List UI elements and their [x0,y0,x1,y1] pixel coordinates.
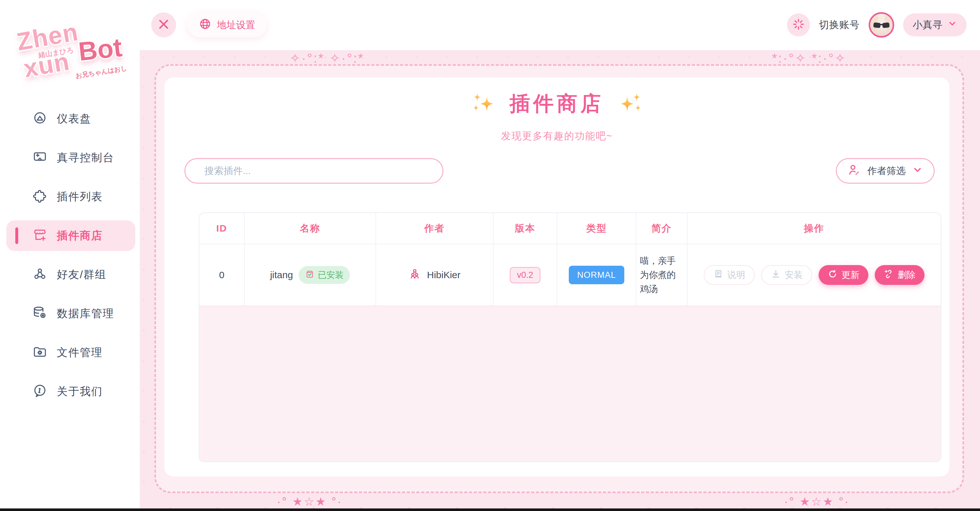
column-header-actions: 操作 [687,213,941,244]
main-content: ✧·°:* ✧·°:* *:·°✧ *:·°✧ ·° ★☆★ °· ·° ★☆★… [140,50,980,508]
globe-icon [199,18,211,32]
column-header-desc: 简介 [636,213,687,244]
page-title-row: 插件商店 [164,90,950,118]
refresh-icon [827,269,838,281]
page-title: 插件商店 [510,90,604,118]
search-input[interactable] [185,158,444,184]
sidebar-item-friends-groups[interactable]: 好友/群组 [6,259,135,290]
info-bubble-icon [33,383,47,399]
column-header-id: ID [199,213,245,244]
window-bottom-edge [0,508,980,511]
install-button-label: 安装 [785,269,803,281]
chevron-down-icon [912,164,923,177]
author-pen-icon [848,163,861,179]
active-indicator-bar [15,227,18,244]
doc-button-label: 说明 [727,269,745,281]
cell-type: NORMAL [557,244,636,306]
store-icon [33,228,47,244]
delete-button-label: 删除 [898,269,916,281]
cell-name: jitang 已安装 [245,244,376,306]
doc-button[interactable]: 说明 [704,265,755,285]
folder-gear-icon [33,345,47,361]
app-window: Zhen xun Bot 緒山まひろ お兄ちゃんはおし 仪表盘 真寻控制台 插件… [0,0,980,511]
table-header-row: ID 名称 作者 版本 类型 简介 操作 [199,213,941,244]
download-icon [771,269,781,281]
cell-author: HibiKier [376,244,493,306]
gauge-icon [33,111,47,127]
sunglasses-art [873,22,881,28]
account-name: 小真寻 [913,18,942,32]
sidebar-item-dashboard[interactable]: 仪表盘 [6,104,135,134]
sidebar-item-label: 仪表盘 [57,112,91,126]
author-filter-label: 作者筛选 [867,164,906,177]
install-button[interactable]: 安装 [761,265,812,285]
burst-icon [792,18,805,32]
cell-description: 喵，亲手为你煮的鸡汤 [636,244,687,306]
sidebar-item-label: 插件列表 [57,189,103,204]
chevron-down-icon [947,19,957,31]
sparkles-icon [470,90,497,117]
delete-button[interactable]: 删除 [875,265,924,285]
sidebar-item-label: 文件管理 [57,345,103,360]
row-actions: 说明 安装 更新 删除 [704,265,924,285]
sidebar-item-label: 好友/群组 [57,267,106,282]
cell-actions: 说明 安装 更新 删除 [687,244,941,306]
console-icon [33,150,47,166]
cell-id: 0 [199,244,245,306]
sidebar-nav: 仪表盘 真寻控制台 插件列表 插件商店 好友/群组 数据库管理 [0,104,140,407]
sidebar-item-label: 数据库管理 [57,306,114,321]
sidebar-item-files[interactable]: 文件管理 [6,337,135,368]
type-badge: NORMAL [569,266,624,284]
star-decoration: ·° ★☆★ °· [277,495,343,508]
update-button[interactable]: 更新 [819,265,869,285]
plugin-description: 喵，亲手为你煮的鸡汤 [640,254,683,296]
installed-label: 已安装 [318,269,344,281]
sidebar-item-label: 关于我们 [57,384,103,399]
user-avatar[interactable] [869,12,894,38]
plugin-name: jitang [270,270,293,280]
close-icon [157,18,170,32]
page-subtitle: 发现更多有趣的功能吧~ [164,129,950,143]
author-name: HibiKier [427,270,460,280]
unlink-icon [884,269,894,281]
app-logo: Zhen xun Bot 緒山まひろ お兄ちゃんはおし [0,10,140,89]
sparkle-decoration: *:·°✧ *:·°✧ [772,51,846,65]
plugin-store-card: 插件商店 发现更多有趣的功能吧~ 作者筛选 ID [164,78,950,476]
table-row: 0 jitang 已安装 HibiKier v0.2 [199,244,941,306]
column-header-version: 版本 [493,213,557,244]
topbar-right-cluster: 切换账号 小真寻 [787,13,967,37]
plugin-table: ID 名称 作者 版本 类型 简介 操作 0 jitang 已安装 [199,212,942,462]
column-header-author: 作者 [376,213,493,244]
sidebar-item-about[interactable]: 关于我们 [6,376,135,407]
table-empty-area [199,306,941,461]
users-icon [33,267,47,283]
sparkles-icon [617,90,644,117]
document-icon [713,269,724,281]
sidebar-item-plugin-list[interactable]: 插件列表 [6,181,135,212]
topbar: 地址设置 切换账号 小真寻 [140,0,980,50]
sidebar-item-database[interactable]: 数据库管理 [6,298,135,329]
sidebar-item-plugin-store[interactable]: 插件商店 [6,220,135,251]
box-check-icon [305,269,315,281]
author-people-icon [408,268,421,283]
column-header-name: 名称 [245,213,376,244]
author-filter-dropdown[interactable]: 作者筛选 [836,158,935,184]
puzzle-icon [33,189,47,205]
address-settings-label: 地址设置 [217,19,255,32]
logo-text-bot: Bot [77,32,124,67]
address-settings-button[interactable]: 地址设置 [188,13,267,37]
switch-account-label: 切换账号 [819,18,860,32]
sidebar-item-console[interactable]: 真寻控制台 [6,142,135,173]
installed-badge: 已安装 [299,266,350,284]
theme-sparkle-button[interactable] [787,13,810,37]
column-header-type: 类型 [557,213,636,244]
cell-version: v0.2 [493,244,557,306]
database-icon [33,306,47,322]
version-badge: v0.2 [510,267,540,283]
update-button-label: 更新 [842,269,859,281]
close-button[interactable] [151,13,176,37]
sidebar-item-label: 插件商店 [57,228,103,243]
sparkle-decoration: ✧·°:* ✧·°:* [290,51,364,65]
sidebar-item-label: 真寻控制台 [57,150,114,165]
account-name-dropdown[interactable]: 小真寻 [903,13,967,37]
